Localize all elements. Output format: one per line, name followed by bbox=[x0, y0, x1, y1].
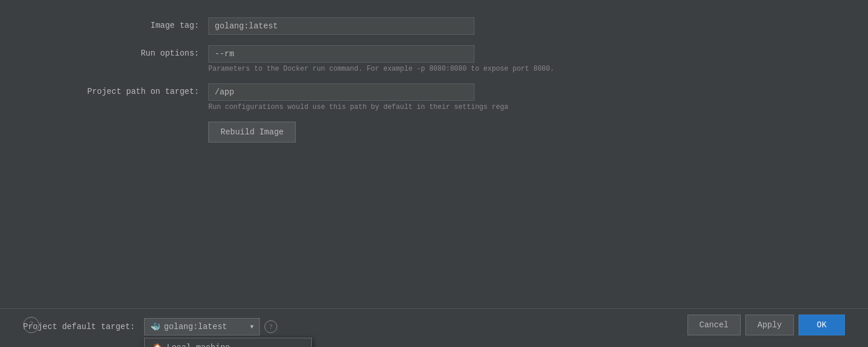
image-tag-input[interactable] bbox=[208, 17, 475, 35]
image-tag-label: Image tag: bbox=[23, 17, 208, 30]
dialog: Image tag: Run options: Parameters to th… bbox=[0, 0, 868, 347]
rebuild-image-button[interactable]: Rebuild Image bbox=[208, 122, 296, 143]
run-options-label: Run options: bbox=[23, 45, 208, 58]
local-machine-label: Local machine bbox=[167, 343, 230, 347]
image-tag-field-area bbox=[208, 17, 845, 35]
run-options-hint: Parameters to the Docker run command. Fo… bbox=[208, 65, 671, 73]
main-form-area: Image tag: Run options: Parameters to th… bbox=[0, 0, 868, 308]
project-target-label: Project default target: bbox=[23, 322, 135, 331]
target-dropdown-menu: 🏠 Local machine 🐳 golang:latest bbox=[144, 338, 312, 347]
docker-icon: 🐳 bbox=[150, 322, 160, 332]
rebuild-row: Rebuild Image bbox=[23, 122, 845, 143]
target-dropdown-container: 🐳 golang:latest ▼ 🏠 Local machine 🐳 gola… bbox=[144, 318, 260, 335]
project-path-input[interactable] bbox=[208, 83, 475, 101]
run-options-input[interactable] bbox=[208, 45, 475, 63]
image-tag-row: Image tag: bbox=[23, 17, 845, 35]
help-button[interactable]: ? bbox=[23, 317, 39, 333]
apply-button[interactable]: Apply bbox=[745, 315, 794, 335]
project-path-hint: Run configurations would use this path b… bbox=[208, 103, 671, 111]
ok-button[interactable]: OK bbox=[799, 315, 845, 335]
project-path-label: Project path on target: bbox=[23, 83, 208, 96]
home-icon: 🏠 bbox=[153, 343, 162, 347]
rebuild-label-spacer bbox=[23, 122, 208, 125]
project-path-row: Project path on target: Run configuratio… bbox=[23, 83, 845, 111]
selected-target-label: golang:latest bbox=[164, 322, 227, 331]
target-dropdown-button[interactable]: 🐳 golang:latest ▼ bbox=[144, 318, 260, 335]
project-path-field-area: Run configurations would use this path b… bbox=[208, 83, 845, 111]
dropdown-item-local[interactable]: 🏠 Local machine bbox=[145, 338, 311, 347]
rebuild-btn-area: Rebuild Image bbox=[208, 122, 845, 143]
target-help-button[interactable]: ? bbox=[264, 320, 277, 333]
cancel-button[interactable]: Cancel bbox=[687, 315, 741, 335]
footer-buttons: Cancel Apply OK bbox=[687, 315, 845, 335]
run-options-row: Run options: Parameters to the Docker ru… bbox=[23, 45, 845, 73]
chevron-down-icon: ▼ bbox=[250, 324, 253, 330]
run-options-field-area: Parameters to the Docker run command. Fo… bbox=[208, 45, 845, 73]
